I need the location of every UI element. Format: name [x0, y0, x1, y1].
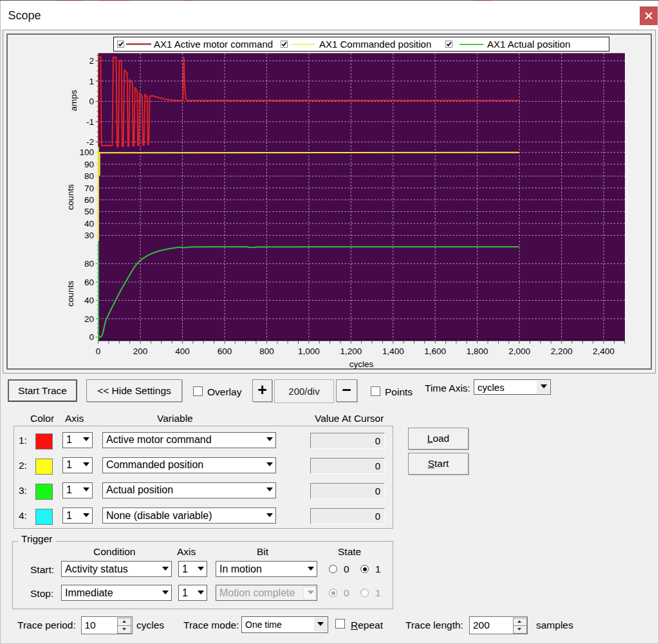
- svg-text:counts: counts: [66, 281, 75, 307]
- svg-text:20: 20: [84, 314, 94, 324]
- svg-text:1,800: 1,800: [467, 346, 488, 356]
- svg-text:100: 100: [79, 147, 94, 157]
- svg-text:1: 1: [89, 77, 94, 86]
- svg-text:2,200: 2,200: [551, 346, 573, 356]
- svg-text:1,000: 1,000: [298, 346, 320, 356]
- svg-text:amps: amps: [69, 90, 79, 111]
- svg-text:30: 30: [84, 231, 94, 240]
- svg-text:90: 90: [84, 160, 94, 169]
- svg-text:800: 800: [259, 346, 274, 356]
- svg-text:2: 2: [89, 56, 94, 66]
- svg-text:-1: -1: [86, 117, 94, 127]
- svg-text:60: 60: [84, 278, 94, 287]
- svg-text:-2: -2: [86, 137, 94, 147]
- svg-text:50: 50: [84, 207, 94, 216]
- svg-text:1,200: 1,200: [340, 346, 362, 356]
- svg-text:600: 600: [218, 346, 232, 356]
- svg-text:40: 40: [84, 296, 94, 305]
- svg-text:200: 200: [133, 346, 148, 356]
- svg-text:70: 70: [84, 184, 94, 193]
- svg-text:2,400: 2,400: [593, 346, 615, 356]
- svg-text:0: 0: [89, 332, 94, 342]
- svg-text:80: 80: [84, 171, 94, 181]
- svg-text:1,600: 1,600: [424, 346, 446, 356]
- svg-text:0: 0: [89, 97, 94, 106]
- svg-text:cycles: cycles: [349, 359, 374, 369]
- svg-text:1,400: 1,400: [382, 346, 404, 356]
- svg-text:60: 60: [84, 195, 94, 205]
- svg-text:0: 0: [96, 346, 101, 356]
- svg-text:400: 400: [175, 346, 190, 356]
- svg-text:40: 40: [84, 219, 94, 229]
- svg-text:2,000: 2,000: [508, 346, 530, 356]
- svg-text:counts: counts: [66, 184, 75, 210]
- svg-text:80: 80: [84, 259, 94, 269]
